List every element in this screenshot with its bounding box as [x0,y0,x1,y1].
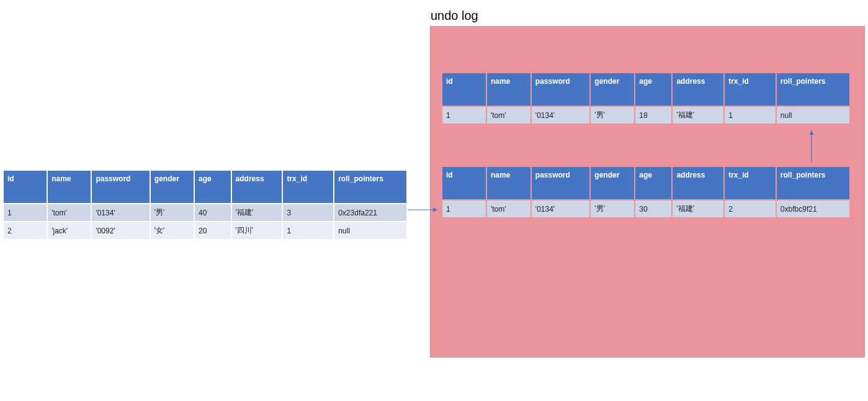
col-roll-pointers: roll_pointers [777,73,849,106]
main-data-table: id name password gender age address trx_… [2,169,408,240]
cell-age: 40 [195,204,231,221]
undo-table-1: id name password gender age address trx_… [441,72,851,125]
cell-address: '福建' [673,200,723,217]
col-name: name [487,167,530,199]
col-trx-id: trx_id [283,171,333,203]
col-id: id [4,171,47,203]
cell-address: '四川' [232,222,282,239]
cell-trx-id: 1 [283,222,333,239]
cell-trx-id: 1 [725,107,776,124]
col-id: id [442,167,486,199]
cell-roll-pointers: null [334,222,406,239]
cell-gender: '男' [591,200,634,217]
col-trx-id: trx_id [725,167,776,199]
cell-name: 'tom' [487,107,530,124]
col-age: age [635,73,671,106]
col-password: password [532,167,590,199]
cell-id: 1 [442,107,486,124]
cell-age: 30 [635,200,671,217]
col-age: age [195,171,231,203]
col-name: name [48,171,91,203]
col-id: id [442,73,486,106]
col-password: password [532,73,590,106]
cell-name: 'jack' [48,222,91,239]
table-header-row: id name password gender age address trx_… [442,167,849,199]
undo-table-2: id name password gender age address trx_… [441,166,851,219]
col-address: address [232,171,282,203]
table-row: 1 'tom' '0134' '男' 40 '福建' 3 0x23dfa221 [4,204,406,221]
col-address: address [673,167,723,199]
col-age: age [635,167,671,199]
cell-gender: '男' [151,204,194,221]
undo-data-table-1: id name password gender age address trx_… [441,72,851,125]
table-header-row: id name password gender age address trx_… [4,171,406,203]
cell-id: 2 [4,222,47,239]
cell-roll-pointers: 0x23dfa221 [334,204,406,221]
col-trx-id: trx_id [725,73,776,106]
cell-password: '0134' [92,204,149,221]
cell-name: 'tom' [487,200,530,217]
cell-password: '0134' [532,200,590,217]
col-roll-pointers: roll_pointers [334,171,406,203]
cell-roll-pointers: null [777,107,849,124]
cell-id: 1 [4,204,47,221]
cell-password: '0092' [92,222,149,239]
cell-name: 'tom' [48,204,91,221]
cell-address: '福建' [232,204,282,221]
cell-age: 18 [635,107,671,124]
cell-trx-id: 3 [283,204,333,221]
main-table: id name password gender age address trx_… [2,169,408,240]
cell-id: 1 [442,200,486,217]
cell-gender: '女' [151,222,194,239]
cell-trx-id: 2 [725,200,776,217]
undo-log-title: undo log [431,9,478,23]
col-address: address [673,73,723,106]
col-roll-pointers: roll_pointers [777,167,849,199]
table-header-row: id name password gender age address trx_… [442,73,849,106]
cell-address: '福建' [673,107,723,124]
cell-gender: '男' [591,107,634,124]
undo-log-box: id name password gender age address trx_… [430,26,865,358]
cell-password: '0134' [532,107,590,124]
table-row: 1 'tom' '0134' '男' 30 '福建' 2 0xbfbc9f21 [442,200,849,217]
undo-data-table-2: id name password gender age address trx_… [441,166,851,219]
col-name: name [487,73,530,106]
cell-roll-pointers: 0xbfbc9f21 [777,200,849,217]
table-row: 1 'tom' '0134' '男' 18 '福建' 1 null [442,107,849,124]
col-gender: gender [591,167,634,199]
col-gender: gender [151,171,194,203]
table-row: 2 'jack' '0092' '女' 20 '四川' 1 null [4,222,406,239]
col-password: password [92,171,149,203]
cell-age: 20 [195,222,231,239]
col-gender: gender [591,73,634,106]
